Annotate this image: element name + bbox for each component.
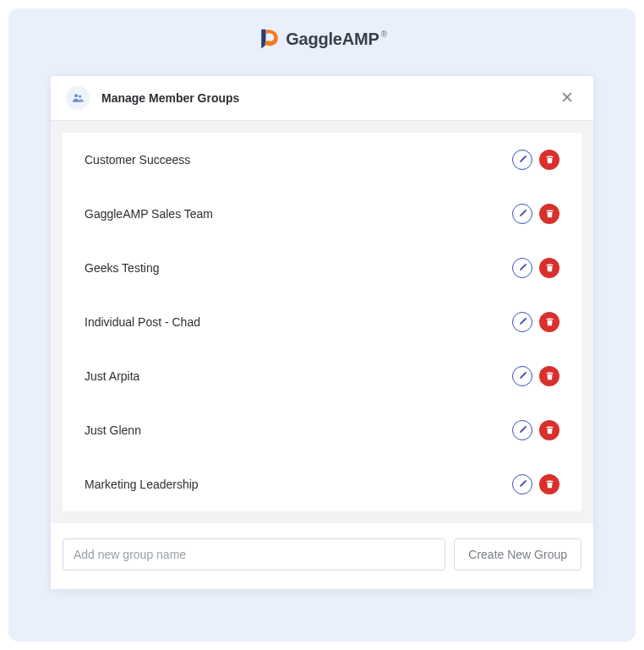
trash-icon xyxy=(545,262,554,275)
pencil-icon xyxy=(518,154,527,167)
delete-group-button[interactable] xyxy=(539,150,559,170)
group-name-label: Marketing Leadership xyxy=(85,478,512,491)
modal-body: Customer Succeess xyxy=(51,121,593,523)
trash-icon xyxy=(545,478,554,491)
delete-group-button[interactable] xyxy=(539,312,559,332)
trash-icon xyxy=(545,424,554,437)
row-actions xyxy=(512,420,559,440)
registered-mark: ® xyxy=(381,30,387,39)
edit-group-button[interactable] xyxy=(512,258,532,278)
group-row: Individual Post - Chad xyxy=(63,295,581,349)
svg-point-1 xyxy=(79,95,81,97)
edit-group-button[interactable] xyxy=(512,204,532,224)
row-actions xyxy=(512,150,559,170)
trash-icon xyxy=(545,370,554,383)
modal-footer: Create New Group xyxy=(51,523,593,589)
close-icon xyxy=(561,90,573,107)
modal-title: Manage Member Groups xyxy=(101,91,556,105)
row-actions xyxy=(512,312,559,332)
edit-group-button[interactable] xyxy=(512,312,532,332)
svg-point-0 xyxy=(74,94,78,97)
brand-mark-icon xyxy=(257,27,281,51)
manage-groups-modal: Manage Member Groups Customer Succeess xyxy=(51,76,593,589)
close-button[interactable] xyxy=(556,87,578,109)
pencil-icon xyxy=(518,478,527,491)
brand-logo: GaggleAMP® xyxy=(8,27,636,51)
pencil-icon xyxy=(518,424,527,437)
delete-group-button[interactable] xyxy=(539,258,559,278)
group-row: Marketing Leadership xyxy=(63,457,581,511)
edit-group-button[interactable] xyxy=(512,420,532,440)
edit-group-button[interactable] xyxy=(512,366,532,386)
pencil-icon xyxy=(518,316,527,329)
group-name-label: GaggleAMP Sales Team xyxy=(85,207,512,221)
trash-icon xyxy=(545,208,554,221)
group-name-label: Individual Post - Chad xyxy=(85,315,512,329)
brand-name: GaggleAMP® xyxy=(286,30,387,49)
group-row: Just Arpita xyxy=(63,349,581,403)
trash-icon xyxy=(545,316,554,329)
delete-group-button[interactable] xyxy=(539,204,559,224)
row-actions xyxy=(512,258,559,278)
row-actions xyxy=(512,366,559,386)
members-icon xyxy=(66,86,90,110)
row-actions xyxy=(512,204,559,224)
create-new-group-button[interactable]: Create New Group xyxy=(454,538,581,571)
trash-icon xyxy=(545,154,554,167)
group-list: Customer Succeess xyxy=(63,133,581,511)
group-row: Customer Succeess xyxy=(63,133,581,187)
new-group-name-input[interactable] xyxy=(63,538,445,571)
group-name-label: Just Arpita xyxy=(85,369,512,383)
delete-group-button[interactable] xyxy=(539,420,559,440)
delete-group-button[interactable] xyxy=(539,474,559,494)
pencil-icon xyxy=(518,262,527,275)
group-name-label: Just Glenn xyxy=(85,423,512,437)
page-background: GaggleAMP® Manage Member Groups xyxy=(8,8,636,642)
row-actions xyxy=(512,474,559,494)
pencil-icon xyxy=(518,208,527,221)
group-row: Geeks Testing xyxy=(63,241,581,295)
group-name-label: Geeks Testing xyxy=(85,261,512,275)
edit-group-button[interactable] xyxy=(512,150,532,170)
group-row: GaggleAMP Sales Team xyxy=(63,187,581,241)
delete-group-button[interactable] xyxy=(539,366,559,386)
edit-group-button[interactable] xyxy=(512,474,532,494)
modal-header: Manage Member Groups xyxy=(51,76,593,121)
group-row: Just Glenn xyxy=(63,403,581,457)
pencil-icon xyxy=(518,370,527,383)
group-name-label: Customer Succeess xyxy=(85,153,512,167)
